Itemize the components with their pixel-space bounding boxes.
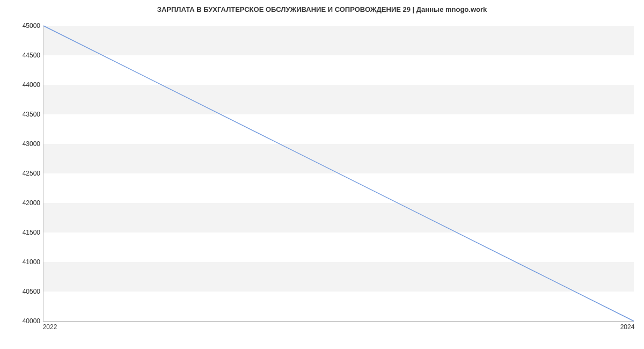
y-tick-label: 41500 bbox=[23, 229, 40, 236]
plot-area: 4000040500410004150042000425004300043500… bbox=[43, 26, 634, 322]
y-tick-label: 41000 bbox=[23, 258, 40, 266]
y-tick-label: 42500 bbox=[23, 170, 40, 177]
chart-container: ЗАРПЛАТА В БУХГАЛТЕРСКОЕ ОБСЛУЖИВАНИЕ И … bbox=[0, 0, 644, 349]
line-series bbox=[43, 26, 634, 321]
y-tick-label: 45000 bbox=[23, 22, 40, 30]
chart-title: ЗАРПЛАТА В БУХГАЛТЕРСКОЕ ОБСЛУЖИВАНИЕ И … bbox=[0, 5, 644, 13]
y-tick-label: 44500 bbox=[23, 52, 40, 59]
x-tick-label: 2022 bbox=[43, 323, 57, 331]
data-line bbox=[43, 26, 634, 321]
y-tick-label: 43500 bbox=[23, 111, 40, 118]
x-tick-label: 2024 bbox=[620, 323, 635, 331]
y-tick-label: 44000 bbox=[23, 81, 40, 89]
y-tick-label: 40500 bbox=[23, 288, 40, 295]
y-tick-label: 43000 bbox=[23, 140, 40, 148]
y-tick-label: 40000 bbox=[23, 317, 40, 325]
y-tick-label: 42000 bbox=[23, 199, 40, 207]
